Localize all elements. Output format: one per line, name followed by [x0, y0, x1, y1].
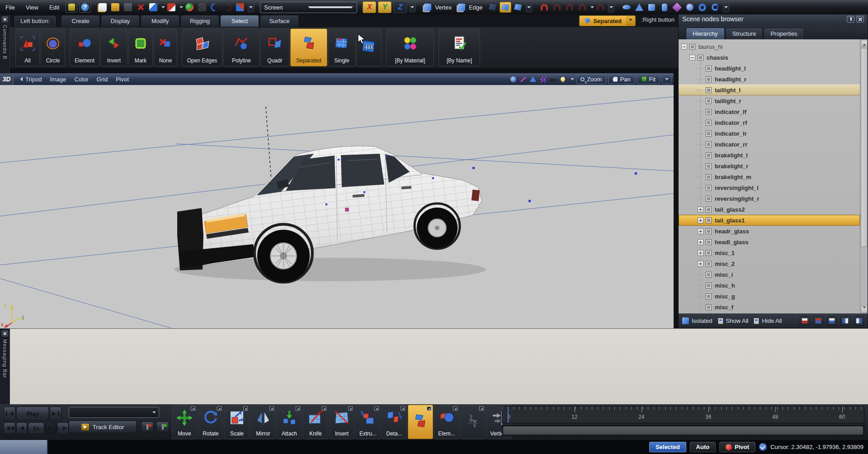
- import-dropdown[interactable]: [161, 6, 165, 10]
- tool-options-icon[interactable]: [374, 407, 379, 411]
- tree-item-headr-glass[interactable]: headr_glass: [679, 226, 860, 236]
- timeline-scrollbar[interactable]: [502, 425, 864, 436]
- ribbon-by-material-button[interactable]: [By Material]: [386, 28, 434, 66]
- create-helper-button[interactable]: [671, 2, 683, 13]
- create-disc-button[interactable]: [621, 2, 632, 13]
- expander-icon[interactable]: [689, 55, 695, 61]
- delete-button[interactable]: [135, 2, 146, 13]
- snap-overflow-button[interactable]: [608, 2, 614, 12]
- right-mode-chevron[interactable]: [626, 16, 635, 26]
- zoom-button[interactable]: Zoom: [576, 74, 606, 84]
- collapse-tool-button[interactable]: [460, 405, 486, 439]
- tree-item-tail-glass2[interactable]: tail_glass2: [679, 204, 860, 215]
- visibility-checkbox[interactable]: [706, 66, 712, 71]
- tab-modify[interactable]: Modify: [141, 15, 179, 27]
- tool-options-icon[interactable]: [401, 407, 405, 411]
- ribbon-element-button[interactable]: Element: [70, 28, 99, 66]
- visibility-checkbox[interactable]: [706, 142, 712, 147]
- visibility-checkbox[interactable]: [706, 239, 712, 245]
- tool-options-icon[interactable]: [243, 407, 248, 411]
- web-button[interactable]: [184, 2, 195, 13]
- ribbon-none-button[interactable]: None: [154, 28, 177, 66]
- rotate-tool-button[interactable]: Rotate: [198, 405, 223, 439]
- visibility-checkbox[interactable]: [706, 196, 712, 202]
- visibility-checkbox[interactable]: [706, 185, 712, 191]
- tree-item-brakelight-l[interactable]: brakelight_l: [679, 150, 860, 161]
- selected-mode-button[interactable]: Selected: [649, 442, 686, 452]
- messaging-bar-close-button[interactable]: [2, 331, 8, 336]
- save-button[interactable]: [122, 2, 134, 13]
- toolbar-overflow-button[interactable]: [248, 2, 254, 12]
- expander-icon[interactable]: [698, 261, 703, 267]
- insert-tool-button[interactable]: Insert: [329, 405, 354, 439]
- menu-file[interactable]: File: [0, 2, 20, 13]
- scene-render-icon[interactable]: [549, 76, 557, 83]
- visibility-checkbox[interactable]: [706, 293, 712, 299]
- hide-all-button[interactable]: Hide All: [762, 317, 782, 324]
- ribbon-open-edges-button[interactable]: Open Edges: [182, 28, 222, 66]
- visibility-checkbox[interactable]: [706, 98, 712, 104]
- create-cylinder-button[interactable]: [659, 2, 670, 13]
- tool-options-icon[interactable]: [427, 407, 431, 411]
- tree-item-misc-f[interactable]: misc_f: [679, 302, 860, 312]
- ribbon-polyline-button[interactable]: Polyline: [223, 28, 259, 66]
- visibility-checkbox[interactable]: [706, 174, 712, 180]
- track-editor-button[interactable]: Track Editor: [69, 421, 137, 433]
- screen-select[interactable]: Screen: [260, 2, 357, 13]
- tree-item-misc-2[interactable]: misc_2: [679, 258, 860, 269]
- viewport-menu-pivot[interactable]: Pivot: [116, 76, 129, 83]
- pivot-mode-button[interactable]: Pivot: [719, 442, 755, 452]
- tool-options-icon[interactable]: [191, 407, 195, 411]
- axis-z-button[interactable]: Z: [393, 1, 407, 13]
- knife-tool-button[interactable]: Knife: [303, 405, 328, 439]
- expander-icon[interactable]: [698, 207, 703, 213]
- visibility-checkbox[interactable]: [706, 87, 712, 93]
- scale-tool-button[interactable]: Scale: [224, 405, 250, 439]
- show-all-button[interactable]: Show All: [726, 317, 749, 324]
- tree-item-reversinglight-l[interactable]: reversinglight_l: [679, 182, 860, 193]
- snap-button[interactable]: [538, 2, 550, 13]
- visibility-checkbox[interactable]: [706, 207, 712, 213]
- visibility-checkbox[interactable]: [706, 152, 712, 158]
- visibility-checkbox[interactable]: [706, 76, 712, 82]
- tool-options-icon[interactable]: [348, 407, 353, 411]
- visibility-checkbox[interactable]: [706, 272, 712, 278]
- auto-mode-button[interactable]: Auto: [690, 442, 716, 452]
- vertex-mode-button[interactable]: [422, 2, 434, 13]
- browser-scrollbar[interactable]: [860, 39, 868, 313]
- visibility-checkbox[interactable]: [706, 120, 712, 126]
- expander-icon[interactable]: [698, 239, 703, 245]
- tree-item-tail-glass1[interactable]: tail_glass1: [679, 215, 860, 226]
- mesh-mode-button[interactable]: [512, 2, 524, 13]
- collapse-all-button[interactable]: [854, 317, 864, 326]
- viewport-mode-badge[interactable]: 3D: [0, 73, 14, 85]
- tree-item-misc-i[interactable]: misc_i: [679, 269, 860, 280]
- tool-options-icon[interactable]: [453, 407, 458, 411]
- menu-edit[interactable]: Edit: [44, 2, 65, 13]
- import-button[interactable]: [147, 2, 159, 13]
- tree-item-brakelight-m[interactable]: brakelight_m: [679, 171, 860, 182]
- primitives-overflow-button[interactable]: [723, 2, 729, 12]
- viewport-menu-image[interactable]: Image: [50, 76, 66, 83]
- export-button[interactable]: [165, 2, 177, 13]
- tree-item-taillight-l[interactable]: taillight_l: [679, 85, 860, 95]
- help-button[interactable]: [79, 2, 91, 13]
- tree-item-headl-glass[interactable]: headl_glass: [679, 236, 860, 247]
- viewport-menu-color[interactable]: Color: [75, 76, 89, 83]
- tab-structure[interactable]: Structure: [726, 28, 763, 39]
- isolated-button[interactable]: Isolated: [692, 317, 712, 324]
- wireframe-mode-icon[interactable]: [519, 76, 527, 83]
- tool-options-icon[interactable]: [296, 407, 300, 411]
- tab-create[interactable]: Create: [61, 15, 100, 27]
- timeline-ruler[interactable]: 0 12 24 36 48 60: [502, 406, 864, 423]
- tree-item-misc-h[interactable]: misc_h: [679, 280, 860, 291]
- rewind-button[interactable]: [4, 422, 15, 434]
- create-sphere-button[interactable]: [684, 2, 696, 13]
- create-torus-button[interactable]: [697, 2, 708, 13]
- close-icon[interactable]: [856, 16, 864, 23]
- tool-options-icon[interactable]: [269, 407, 274, 411]
- textured-mode-icon[interactable]: [539, 76, 547, 83]
- commands-bar-close-button[interactable]: [2, 16, 8, 22]
- play-button[interactable]: Play: [16, 407, 49, 421]
- redo-button[interactable]: [222, 2, 233, 13]
